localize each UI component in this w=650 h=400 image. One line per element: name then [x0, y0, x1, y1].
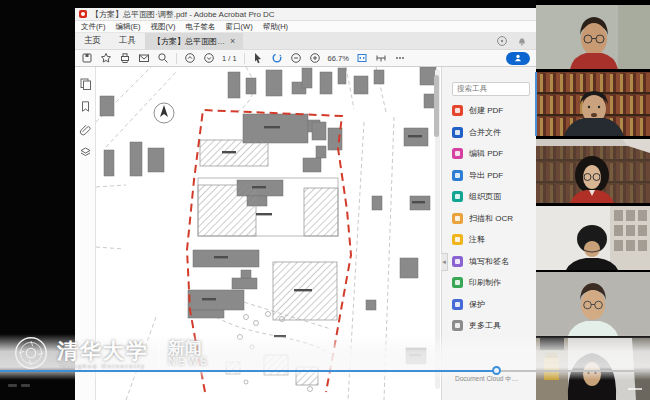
scan-ocr-icon	[452, 213, 463, 224]
tool-list: 创建 PDF 合并文件 编辑 PDF 导出 PDF 组织页面 扫描和 OCR 注…	[452, 105, 530, 332]
tool-export-pdf[interactable]: 导出 PDF	[452, 169, 530, 181]
page-indicator: 1 / 1	[222, 54, 237, 63]
menu-esign[interactable]: 电子签名	[186, 22, 216, 32]
menu-edit[interactable]: 编辑(E)	[116, 22, 141, 32]
scrollbar-thumb[interactable]	[434, 75, 439, 137]
share-person-button[interactable]	[506, 52, 530, 65]
close-tab-icon[interactable]: ×	[230, 36, 235, 46]
tool-more-tools[interactable]: 更多工具	[452, 320, 530, 332]
tab-tools[interactable]: 工具	[110, 33, 145, 49]
protect-icon	[452, 299, 463, 310]
edit-pdf-icon	[452, 148, 463, 159]
attachments-paperclip-icon[interactable]	[79, 123, 92, 136]
panel-collapse-icon[interactable]: ◂	[441, 253, 448, 271]
page-thumbnails-icon[interactable]	[79, 77, 92, 90]
tool-print-production[interactable]: 印刷制作	[452, 277, 530, 289]
measure-tool-icon[interactable]	[375, 52, 387, 64]
progress-played	[0, 370, 497, 372]
more-options-icon[interactable]	[394, 52, 406, 64]
zoom-level-value[interactable]: 66.7%	[328, 54, 349, 63]
organize-pages-icon	[452, 191, 463, 202]
menu-view[interactable]: 视图(V)	[151, 22, 176, 32]
star-favorite-icon[interactable]	[100, 52, 112, 64]
news-watermark: 清华大学 Tsinghua University 新闻 NEWS	[14, 336, 210, 370]
print-production-icon	[452, 277, 463, 288]
university-name-en: Tsinghua University	[60, 363, 146, 369]
person-icon	[513, 53, 523, 63]
window-title: 【方案】总平面图·调整.pdf - Adobe Acrobat Pro DC	[91, 9, 275, 20]
tool-create-pdf[interactable]: 创建 PDF	[452, 105, 530, 117]
tool-scan-ocr[interactable]: 扫描和 OCR	[452, 212, 530, 224]
hand-pan-icon[interactable]	[271, 52, 283, 64]
tool-combine-files[interactable]: 合并文件	[452, 126, 530, 138]
print-icon[interactable]	[119, 52, 131, 64]
tools-search-input[interactable]	[452, 82, 530, 96]
document-tab[interactable]: 【方案】总平面图… ×	[145, 33, 243, 49]
combine-files-icon	[452, 127, 463, 138]
save-icon[interactable]	[81, 52, 93, 64]
menu-file[interactable]: 文件(F)	[81, 22, 106, 32]
toolbar-divider	[176, 53, 177, 64]
zoom-in-icon[interactable]	[309, 52, 321, 64]
watermark-divider	[158, 340, 159, 366]
export-pdf-icon	[452, 170, 463, 181]
video-progress-bar[interactable]	[0, 370, 650, 372]
tool-protect[interactable]: 保护	[452, 298, 530, 310]
menu-help[interactable]: 帮助(H)	[263, 22, 288, 32]
zoom-out-icon[interactable]	[290, 52, 302, 64]
tool-fill-sign[interactable]: 填写和签名	[452, 255, 530, 267]
video-frame: 【方案】总平面图·调整.pdf - Adobe Acrobat Pro DC 文…	[0, 0, 650, 400]
participant-video-3[interactable]	[536, 139, 650, 203]
window-titlebar: 【方案】总平面图·调整.pdf - Adobe Acrobat Pro DC	[75, 8, 536, 21]
bookmarks-icon[interactable]	[79, 100, 92, 113]
previous-page-icon[interactable]	[184, 52, 196, 64]
tab-spacer	[243, 33, 488, 49]
tsinghua-emblem-icon	[14, 336, 48, 370]
menu-window[interactable]: 窗口(W)	[226, 22, 253, 32]
document-tab-label: 【方案】总平面图…	[153, 36, 225, 47]
news-label: 新闻	[168, 340, 202, 357]
tabrow-right-icons	[488, 33, 536, 49]
notifications-bell-icon[interactable]	[516, 35, 528, 47]
acrobat-app-icon	[79, 10, 87, 18]
next-page-icon[interactable]	[203, 52, 215, 64]
email-icon[interactable]	[138, 52, 150, 64]
search-icon[interactable]	[157, 52, 169, 64]
fit-width-icon[interactable]	[356, 52, 368, 64]
select-tool-icon[interactable]	[252, 52, 264, 64]
university-name: 清华大学	[57, 337, 149, 365]
create-pdf-icon	[452, 105, 463, 116]
tool-organize-pages[interactable]: 组织页面	[452, 191, 530, 203]
news-label-en: NEWS	[168, 357, 210, 367]
participant-video-1[interactable]	[536, 5, 650, 69]
tab-row: 主页 工具 【方案】总平面图… ×	[75, 33, 536, 50]
toolbar-divider	[244, 53, 245, 64]
participant-video-4[interactable]	[536, 206, 650, 270]
comment-icon	[452, 234, 463, 245]
tab-home[interactable]: 主页	[75, 33, 110, 49]
document-cloud-status: Document Cloud 中…	[455, 375, 518, 384]
main-toolbar: 1 / 1 66.7%	[75, 50, 536, 67]
menu-bar: 文件(F) 编辑(E) 视图(V) 电子签名 窗口(W) 帮助(H)	[75, 21, 536, 33]
tool-edit-pdf[interactable]: 编辑 PDF	[452, 148, 530, 160]
participant-video-5[interactable]	[536, 272, 650, 336]
corner-caption-smudge	[8, 384, 30, 387]
help-icon[interactable]	[496, 35, 508, 47]
layers-icon[interactable]	[79, 146, 92, 159]
more-tools-icon	[452, 320, 463, 331]
active-speaker-indicator	[535, 72, 537, 136]
tool-comment[interactable]: 注释	[452, 234, 530, 246]
participant-video-2[interactable]	[536, 72, 650, 136]
fill-sign-icon	[452, 256, 463, 267]
